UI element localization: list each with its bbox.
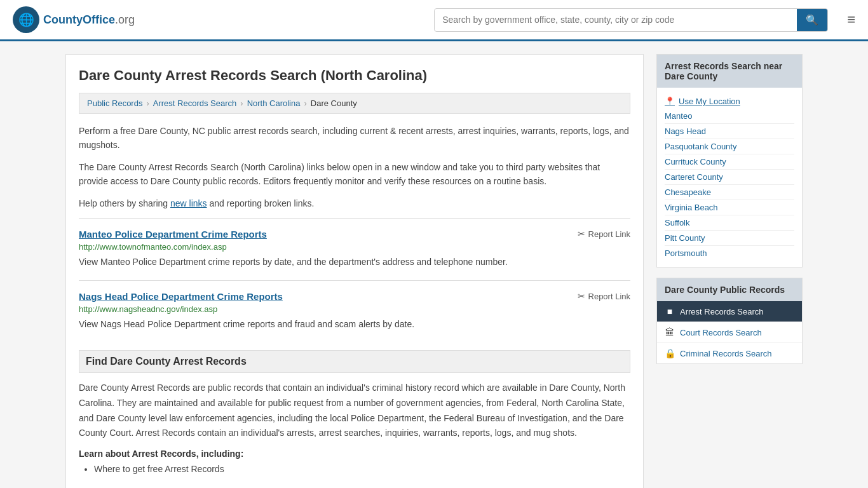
nearby-link-currituck[interactable]: Currituck County bbox=[665, 154, 794, 170]
record-entry-manteo: Manteo Police Department Crime Reports ✂… bbox=[79, 218, 630, 275]
search-input[interactable] bbox=[435, 10, 797, 30]
find-description: Dare County Arrest Records are public re… bbox=[79, 381, 630, 441]
nearby-link-suffolk[interactable]: Suffolk bbox=[665, 215, 794, 231]
record-title-nagshead[interactable]: Nags Head Police Department Crime Report… bbox=[79, 291, 283, 302]
criminal-icon: 🔒 bbox=[665, 348, 675, 358]
nearby-link-virginia-beach[interactable]: Virginia Beach bbox=[665, 200, 794, 215]
report-link-button-nagshead[interactable]: ✂ Report Link bbox=[578, 291, 630, 301]
find-section: Find Dare County Arrest Records Dare Cou… bbox=[79, 350, 630, 474]
pub-records-arrest-link[interactable]: Arrest Records Search bbox=[680, 307, 764, 316]
sidebar: Arrest Records Search near Dare County 📍… bbox=[656, 54, 803, 488]
nearby-heading: Arrest Records Search near Dare County bbox=[657, 55, 802, 88]
nearby-link-pitt-county[interactable]: Pitt County bbox=[665, 231, 794, 246]
record-desc-manteo: View Manteo Police Department crime repo… bbox=[79, 255, 630, 269]
record-entry-nagshead: Nags Head Police Department Crime Report… bbox=[79, 280, 630, 337]
pub-records-criminal-link[interactable]: Criminal Records Search bbox=[680, 349, 772, 358]
nearby-section: Arrest Records Search near Dare County 📍… bbox=[656, 54, 803, 268]
nearby-body: 📍 Use My Location Manteo Nags Head Pasqu… bbox=[657, 88, 802, 267]
breadcrumb-north-carolina[interactable]: North Carolina bbox=[247, 98, 301, 108]
record-title-manteo[interactable]: Manteo Police Department Crime Reports bbox=[79, 229, 267, 240]
description-3: Help others by sharing new links and rep… bbox=[79, 196, 630, 210]
record-url-manteo[interactable]: http://www.townofmanteo.com/index.asp bbox=[79, 242, 630, 252]
record-desc-nagshead: View Nags Head Police Department crime r… bbox=[79, 318, 630, 331]
main-container: Dare County Arrest Records Search (North… bbox=[53, 41, 815, 488]
nearby-link-portsmouth[interactable]: Portsmouth bbox=[665, 246, 794, 261]
learn-heading: Learn about Arrest Records, including: bbox=[79, 449, 630, 459]
pin-icon: 📍 bbox=[665, 97, 675, 106]
pub-records-item-arrest[interactable]: ■ Arrest Records Search bbox=[657, 301, 802, 322]
find-heading: Find Dare County Arrest Records bbox=[79, 350, 630, 373]
nearby-link-carteret[interactable]: Carteret County bbox=[665, 170, 794, 185]
scissors-icon-2: ✂ bbox=[578, 291, 585, 301]
search-button[interactable]: 🔍 bbox=[797, 9, 827, 31]
record-title-row-nagshead: Nags Head Police Department Crime Report… bbox=[79, 291, 630, 302]
nearby-link-pasquotank[interactable]: Pasquotank County bbox=[665, 139, 794, 154]
breadcrumb-arrest-records[interactable]: Arrest Records Search bbox=[153, 98, 237, 108]
breadcrumb: Public Records › Arrest Records Search ›… bbox=[79, 93, 630, 114]
pub-records-court-link[interactable]: Court Records Search bbox=[680, 328, 762, 337]
nearby-link-nagshead[interactable]: Nags Head bbox=[665, 124, 794, 139]
report-link-button-manteo[interactable]: ✂ Report Link bbox=[578, 229, 630, 239]
arrest-icon: ■ bbox=[665, 306, 675, 316]
description-2: The Dare County Arrest Records Search (N… bbox=[79, 160, 630, 189]
content-area: Dare County Arrest Records Search (North… bbox=[65, 54, 644, 488]
record-url-nagshead[interactable]: http://www.nagsheadnc.gov/index.asp bbox=[79, 304, 630, 314]
use-location-button[interactable]: 📍 Use My Location bbox=[665, 94, 740, 109]
menu-icon[interactable]: ≡ bbox=[847, 11, 855, 28]
learn-list: Where to get free Arrest Records bbox=[79, 464, 630, 474]
new-links-link[interactable]: new links bbox=[170, 198, 207, 208]
public-records-section: Dare County Public Records ■ Arrest Reco… bbox=[656, 278, 803, 364]
pub-records-item-criminal[interactable]: 🔒 Criminal Records Search bbox=[657, 343, 802, 363]
search-bar: 🔍 bbox=[434, 8, 828, 32]
logo-icon: 🌐 bbox=[13, 6, 39, 33]
site-header: 🌐 CountyOffice.org 🔍 ≡ bbox=[0, 0, 868, 41]
breadcrumb-dare-county: Dare County bbox=[311, 98, 357, 108]
court-icon: 🏛 bbox=[665, 327, 675, 337]
record-title-row-manteo: Manteo Police Department Crime Reports ✂… bbox=[79, 229, 630, 240]
scissors-icon: ✂ bbox=[578, 229, 585, 239]
page-title: Dare County Arrest Records Search (North… bbox=[79, 67, 630, 84]
description-1: Perform a free Dare County, NC public ar… bbox=[79, 124, 630, 152]
logo-text: CountyOffice.org bbox=[43, 13, 135, 27]
pub-records-item-court[interactable]: 🏛 Court Records Search bbox=[657, 322, 802, 343]
breadcrumb-public-records[interactable]: Public Records bbox=[87, 98, 142, 108]
nearby-link-chesapeake[interactable]: Chesapeake bbox=[665, 185, 794, 200]
nearby-link-manteo[interactable]: Manteo bbox=[665, 109, 794, 124]
public-records-heading: Dare County Public Records bbox=[657, 278, 802, 301]
site-logo[interactable]: 🌐 CountyOffice.org bbox=[13, 6, 135, 33]
list-item: Where to get free Arrest Records bbox=[94, 464, 630, 474]
